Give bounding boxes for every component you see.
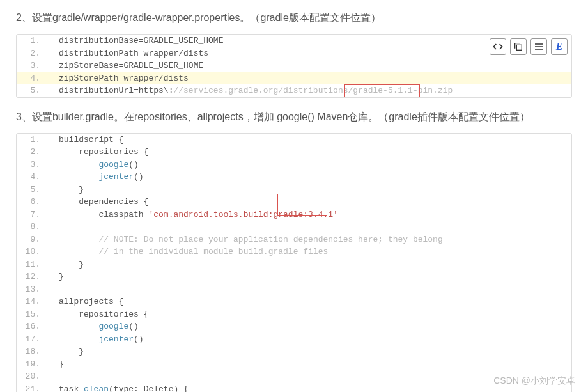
code-row: 2. repositories {: [17, 146, 571, 159]
code-text: // NOTE: Do not place your application d…: [47, 233, 571, 246]
code-text: classpath 'com.android.tools.build:gradl…: [47, 208, 571, 221]
code-row: 8.: [17, 221, 571, 233]
line-number: 4.: [17, 72, 47, 85]
line-number: 7.: [17, 208, 47, 221]
code-text: google(): [47, 159, 571, 171]
line-number: 8.: [17, 221, 47, 233]
code-text: }: [47, 258, 571, 271]
code-text: buildscript {: [47, 134, 571, 146]
code-text: zipStorePath=wrapper/dists: [47, 72, 571, 85]
code-text: }: [47, 270, 571, 283]
wrap-icon[interactable]: [530, 38, 547, 55]
code-text: repositories {: [47, 308, 571, 321]
code-text: distributionUrl=https\:: [59, 86, 173, 95]
code-row: 19.}: [17, 358, 571, 371]
line-number: 13.: [17, 283, 47, 296]
line-number: 3.: [17, 59, 47, 72]
code-comment: // in the individual module build.gradle…: [98, 247, 328, 256]
line-number: 11.: [17, 258, 47, 271]
line-number: 21.: [17, 383, 47, 393]
line-number: 6.: [17, 196, 47, 208]
line-number: 1.: [17, 134, 47, 146]
code-row: 3.zipStoreBase=GRADLE_USER_HOME: [17, 59, 571, 72]
code-text: jcenter(): [47, 171, 571, 184]
code-block-1: E 1.distributionBase=GRADLE_USER_HOME 2.…: [16, 34, 572, 98]
code-row: 4.zipStorePath=wrapper/dists: [17, 72, 571, 85]
code-comment: //services.gradle.org/distributions/grad…: [173, 86, 453, 95]
line-number: 1.: [17, 35, 47, 47]
section-3-heading: 3、设置builder.gradle。在repositories、allproj…: [16, 111, 572, 124]
line-number: 5.: [17, 84, 47, 97]
code-comment: // NOTE: Do not place your application d…: [98, 235, 442, 244]
line-number: 3.: [17, 159, 47, 171]
line-number: 20.: [17, 370, 47, 383]
section-2-heading: 2、设置gradle/wrapper/gradle-wrapper.proper…: [16, 12, 572, 25]
code-row: 10. // in the individual module build.gr…: [17, 246, 571, 258]
code-row: 12.}: [17, 270, 571, 283]
line-number: 10.: [17, 246, 47, 258]
code-row: 5. }: [17, 184, 571, 196]
code-text: zipStoreBase=GRADLE_USER_HOME: [47, 59, 571, 72]
line-number: 4.: [17, 171, 47, 184]
line-number: 16.: [17, 320, 47, 333]
code-text: allprojects {: [47, 295, 571, 308]
copy-icon[interactable]: [510, 38, 527, 55]
code-text: [47, 370, 571, 383]
code-row: 21.task clean(type: Delete) {: [17, 383, 571, 393]
line-number: 14.: [17, 295, 47, 308]
code-text: // in the individual module build.gradle…: [47, 246, 571, 258]
code-text: }: [47, 358, 571, 371]
line-number: 19.: [17, 358, 47, 371]
line-number: 9.: [17, 233, 47, 246]
code-row: 6. dependencies {: [17, 196, 571, 208]
code-row: 20.: [17, 370, 571, 383]
code-row: 14.allprojects {: [17, 295, 571, 308]
classpath-string: 'com.android.tools.build:gradle:3.4.1': [148, 210, 337, 219]
code-row: 3. google(): [17, 159, 571, 171]
code-row: 17. jcenter(): [17, 333, 571, 346]
code-row: 4. jcenter(): [17, 171, 571, 184]
code-row: 9. // NOTE: Do not place your applicatio…: [17, 233, 571, 246]
code-text: }: [47, 345, 571, 358]
code-row: 5.distributionUrl=https\://services.grad…: [17, 84, 571, 97]
code-text: [47, 283, 571, 296]
line-number: 17.: [17, 333, 47, 346]
code-text: dependencies {: [47, 196, 571, 208]
csdn-watermark: CSDN @小刘学安卓: [493, 375, 575, 387]
code-row: 7. classpath 'com.android.tools.build:gr…: [17, 208, 571, 221]
line-number: 2.: [17, 146, 47, 159]
code-text: google(): [47, 320, 571, 333]
line-number: 12.: [17, 270, 47, 283]
code-text: distributionUrl=https\://services.gradle…: [47, 84, 571, 97]
code-text: jcenter(): [47, 333, 571, 346]
line-number: 18.: [17, 345, 47, 358]
code-row: 1.distributionBase=GRADLE_USER_HOME: [17, 35, 571, 47]
code-icon[interactable]: [490, 38, 506, 55]
code-text: task clean(type: Delete) {: [47, 383, 571, 393]
code-row: 13.: [17, 283, 571, 296]
code-row: 15. repositories {: [17, 308, 571, 321]
svg-rect-0: [516, 45, 522, 50]
e-icon[interactable]: E: [551, 38, 568, 55]
line-number: 15.: [17, 308, 47, 321]
code-toolbar: E: [490, 38, 568, 55]
code-text: [47, 221, 571, 233]
code-row: 16. google(): [17, 320, 571, 333]
code-row: 11. }: [17, 258, 571, 271]
code-row: 1.buildscript {: [17, 134, 571, 146]
line-number: 5.: [17, 184, 47, 196]
code-text: repositories {: [47, 146, 571, 159]
code-row: 18. }: [17, 345, 571, 358]
line-number: 2.: [17, 47, 47, 60]
code-block-2: 1.buildscript { 2. repositories { 3. goo…: [16, 133, 572, 393]
code-row: 2.distributionPath=wrapper/dists: [17, 47, 571, 60]
code-text: }: [47, 184, 571, 196]
